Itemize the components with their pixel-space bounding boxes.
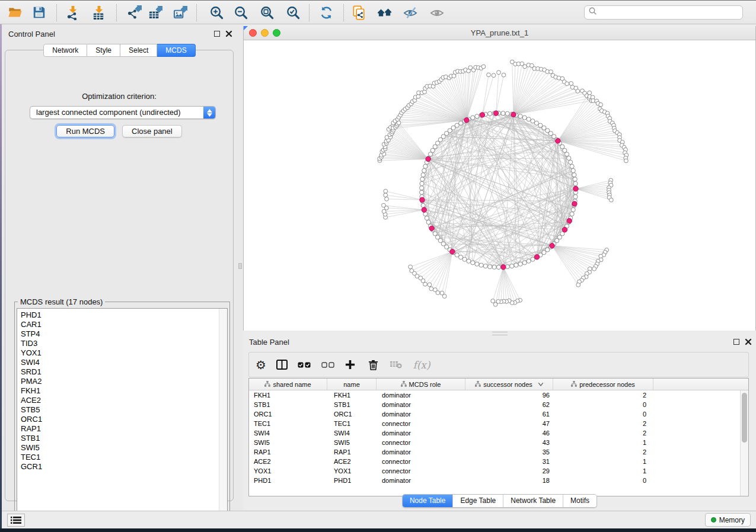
network-leaf-node[interactable] [382, 209, 386, 213]
table-row[interactable]: STB1STB1dominator620 [249, 400, 741, 409]
network-node[interactable] [527, 259, 531, 263]
table-row[interactable]: ACE2ACE2connector311 [249, 457, 741, 466]
mcds-hub-node[interactable] [550, 243, 554, 248]
network-node[interactable] [420, 181, 424, 185]
mcds-result-item[interactable]: GCR1 [17, 462, 227, 472]
float-panel-icon[interactable] [214, 31, 220, 37]
network-node[interactable] [522, 261, 527, 265]
network-node[interactable] [475, 114, 479, 118]
network-node[interactable] [455, 123, 459, 127]
network-node[interactable] [571, 207, 575, 211]
mcds-result-item[interactable]: TID3 [17, 339, 227, 348]
network-leaf-node[interactable] [487, 73, 491, 77]
search-input[interactable] [598, 7, 742, 18]
add-row-icon[interactable] [344, 352, 356, 377]
network-leaf-node[interactable] [491, 299, 495, 303]
mcds-result-item[interactable]: PMA2 [17, 377, 227, 386]
network-leaf-node[interactable] [624, 159, 629, 163]
network-node[interactable] [573, 177, 577, 181]
task-history-button[interactable] [7, 514, 25, 527]
network-node[interactable] [505, 111, 509, 116]
network-node[interactable] [569, 160, 573, 164]
tab-style[interactable]: Style [87, 44, 120, 57]
table-row[interactable]: SWI4SWI4dominator462 [249, 428, 741, 438]
close-panel-icon[interactable] [225, 30, 232, 37]
mcds-hub-node[interactable] [493, 111, 498, 116]
network-node[interactable] [534, 121, 538, 125]
network-node[interactable] [479, 263, 483, 267]
network-node[interactable] [467, 259, 471, 263]
network-leaf-node[interactable] [384, 189, 388, 193]
table-row[interactable]: RAP1RAP1dominator352 [249, 447, 741, 457]
mcds-result-item[interactable]: SRD1 [17, 367, 227, 377]
mcds-hub-node[interactable] [567, 219, 572, 223]
network-leaf-node[interactable] [576, 283, 580, 287]
network-leaf-node[interactable] [492, 73, 496, 78]
network-node[interactable] [425, 216, 429, 220]
column-header-name[interactable]: name [327, 379, 377, 390]
network-node[interactable] [488, 265, 492, 269]
deselect-all-icon[interactable] [321, 352, 335, 377]
export-image-icon[interactable] [173, 5, 188, 20]
zoom-in-icon[interactable] [209, 5, 224, 20]
network-node[interactable] [518, 262, 522, 266]
network-node[interactable] [501, 111, 505, 116]
network-node[interactable] [567, 156, 571, 160]
mcds-hub-node[interactable] [426, 156, 430, 161]
network-node[interactable] [492, 265, 496, 269]
network-node[interactable] [420, 190, 424, 194]
network-node[interactable] [428, 152, 432, 156]
export-table-icon[interactable] [148, 5, 163, 20]
table-row[interactable]: SWI5SWI5connector431 [249, 438, 741, 447]
float-panel-icon[interactable] [733, 339, 739, 345]
network-leaf-node[interactable] [433, 288, 438, 292]
network-node[interactable] [475, 262, 479, 266]
mcds-hub-node[interactable] [501, 265, 506, 270]
mcds-result-item[interactable]: SWI4 [17, 358, 227, 367]
mcds-result-item[interactable]: ORC1 [17, 415, 227, 424]
zoom-selected-icon[interactable] [285, 5, 301, 20]
horizontal-splitter[interactable] [243, 331, 756, 335]
network-node[interactable] [433, 232, 437, 236]
network-node[interactable] [462, 257, 467, 261]
column-header-successor-nodes[interactable]: successor nodes [465, 379, 553, 390]
network-leaf-node[interactable] [382, 203, 386, 207]
mcds-result-item[interactable]: STB5 [17, 405, 227, 415]
close-panel-button[interactable]: Close panel [122, 125, 182, 137]
mcds-result-item[interactable]: ACE2 [17, 396, 227, 405]
select-all-icon[interactable] [297, 352, 311, 377]
mcds-hub-node[interactable] [511, 112, 516, 117]
network-leaf-node[interactable] [609, 198, 613, 202]
share-document-icon[interactable] [351, 5, 366, 20]
network-leaf-node[interactable] [549, 70, 553, 74]
network-node[interactable] [531, 119, 535, 123]
network-node[interactable] [573, 181, 578, 185]
network-leaf-node[interactable] [384, 193, 388, 197]
network-node[interactable] [420, 177, 425, 181]
network-node[interactable] [510, 264, 514, 268]
refresh-layout-icon[interactable] [318, 5, 334, 20]
network-node[interactable] [422, 168, 426, 172]
hide-graphics-details-icon[interactable] [403, 5, 418, 20]
mcds-result-item[interactable]: TEC1 [17, 453, 227, 462]
import-network-icon[interactable] [65, 5, 80, 20]
network-node[interactable] [471, 116, 475, 120]
table-row[interactable]: ORC1ORC1dominator610 [249, 409, 741, 419]
network-leaf-node[interactable] [409, 265, 413, 269]
mcds-hub-node[interactable] [429, 226, 434, 230]
network-node[interactable] [514, 263, 518, 267]
mcds-result-item[interactable]: CAR1 [17, 320, 227, 329]
network-node[interactable] [471, 261, 475, 265]
mcds-result-item[interactable]: FKH1 [17, 386, 227, 396]
network-node[interactable] [421, 173, 425, 177]
network-node[interactable] [459, 255, 463, 259]
network-leaf-node[interactable] [410, 269, 414, 273]
zoom-fit-icon[interactable] [259, 5, 275, 20]
network-node[interactable] [430, 148, 435, 152]
network-leaf-node[interactable] [502, 73, 506, 77]
search-field[interactable] [584, 5, 743, 20]
network-window-titlebar[interactable]: YPA_prune.txt_1 [244, 26, 755, 40]
mcds-result-item[interactable]: RAP1 [17, 424, 227, 434]
network-node[interactable] [483, 264, 487, 268]
network-leaf-node[interactable] [385, 197, 389, 201]
